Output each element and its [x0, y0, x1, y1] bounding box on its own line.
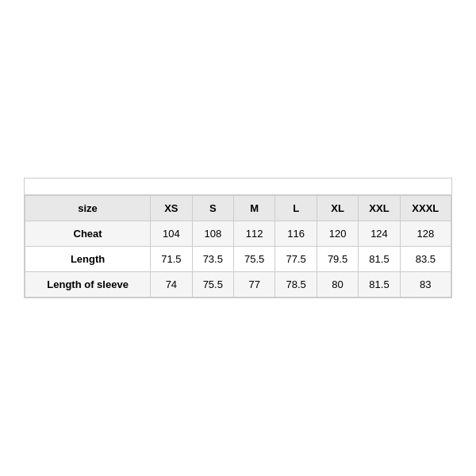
- row-1-cell-3: 77.5: [275, 247, 317, 272]
- header-cell-2: S: [192, 196, 233, 221]
- row-0-cell-5: 124: [359, 221, 400, 247]
- row-1-cell-2: 75.5: [234, 247, 275, 272]
- row-2-cell-0: 74: [151, 272, 192, 298]
- row-1-cell-6: 83.5: [400, 247, 451, 272]
- row-0-cell-4: 120: [317, 221, 358, 247]
- row-0-cell-6: 128: [400, 221, 451, 247]
- header-cell-1: XS: [151, 196, 192, 221]
- row-1-cell-1: 73.5: [192, 247, 233, 272]
- header-cell-4: L: [275, 196, 317, 221]
- row-1-label: Length: [25, 247, 151, 272]
- table-row: Length71.573.575.577.579.581.583.5: [25, 247, 451, 272]
- table-row: Length of sleeve7475.57778.58081.583: [25, 272, 451, 298]
- row-0-cell-3: 116: [275, 221, 317, 247]
- row-2-cell-5: 81.5: [359, 272, 400, 298]
- row-2-label: Length of sleeve: [25, 272, 151, 298]
- size-chart-container: sizeXSSMLXLXXLXXXL Cheat1041081121161201…: [24, 178, 452, 298]
- row-2-cell-1: 75.5: [192, 272, 233, 298]
- row-2-cell-6: 83: [400, 272, 451, 298]
- chart-title: [25, 178, 451, 195]
- table-header-row: sizeXSSMLXLXXLXXXL: [25, 196, 451, 221]
- table-row: Cheat104108112116120124128: [25, 221, 451, 247]
- row-1-cell-5: 81.5: [359, 247, 400, 272]
- row-0-cell-1: 108: [192, 221, 233, 247]
- header-cell-3: M: [234, 196, 275, 221]
- row-2-cell-4: 80: [317, 272, 358, 298]
- header-cell-5: XL: [317, 196, 358, 221]
- header-cell-7: XXXL: [400, 196, 451, 221]
- header-cell-6: XXL: [359, 196, 400, 221]
- row-2-cell-3: 78.5: [275, 272, 317, 298]
- row-0-label: Cheat: [25, 221, 151, 247]
- row-0-cell-0: 104: [151, 221, 192, 247]
- row-2-cell-2: 77: [234, 272, 275, 298]
- header-cell-0: size: [25, 196, 151, 221]
- size-chart-table: sizeXSSMLXLXXLXXXL Cheat1041081121161201…: [25, 195, 451, 298]
- row-1-cell-0: 71.5: [151, 247, 192, 272]
- row-0-cell-2: 112: [234, 221, 275, 247]
- row-1-cell-4: 79.5: [317, 247, 358, 272]
- table-body: Cheat104108112116120124128Length71.573.5…: [25, 221, 451, 298]
